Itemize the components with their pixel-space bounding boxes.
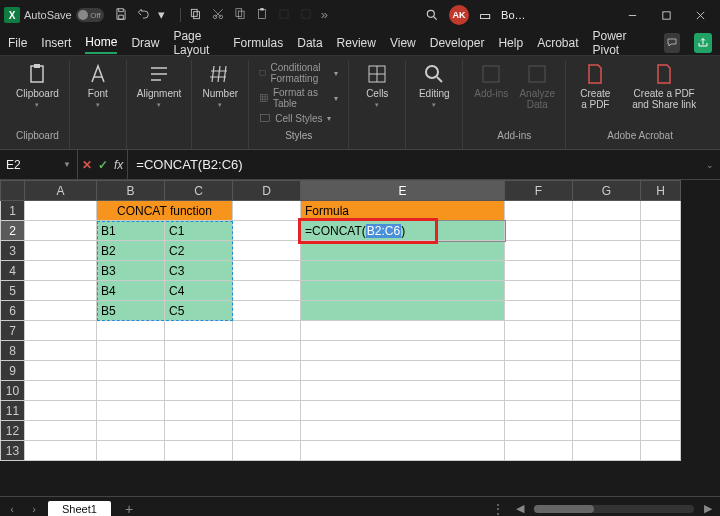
cell-H5[interactable]	[641, 281, 681, 301]
format-as-table-button[interactable]: Format as Table ▾	[259, 87, 338, 109]
horizontal-scrollbar[interactable]	[534, 505, 694, 513]
cell-E11[interactable]	[301, 401, 505, 421]
row-header-2[interactable]: 2	[1, 221, 25, 241]
cell-H12[interactable]	[641, 421, 681, 441]
cell-C8[interactable]	[165, 341, 233, 361]
create-pdf-button[interactable]: Create a PDF	[572, 60, 618, 112]
cell-D6[interactable]	[233, 301, 301, 321]
col-header-B[interactable]: B	[97, 181, 165, 201]
cell-E6[interactable]	[301, 301, 505, 321]
sheet-tab-sheet1[interactable]: Sheet1	[48, 501, 111, 517]
tab-power-pivot[interactable]: Power Pivot	[592, 26, 636, 60]
cell-G8[interactable]	[573, 341, 641, 361]
col-header-H[interactable]: H	[641, 181, 681, 201]
next-sheet-button[interactable]: ›	[26, 503, 42, 515]
cell-D8[interactable]	[233, 341, 301, 361]
cell-B2[interactable]: B1	[97, 221, 165, 241]
overflow-icon[interactable]: »	[321, 8, 335, 22]
clipboard-button[interactable]: Clipboard▾	[12, 60, 63, 111]
cell-H1[interactable]	[641, 201, 681, 221]
cut-icon[interactable]	[211, 7, 225, 24]
comments-button[interactable]	[664, 33, 680, 53]
tab-developer[interactable]: Developer	[430, 33, 485, 53]
row-header-12[interactable]: 12	[1, 421, 25, 441]
undo-icon[interactable]	[136, 7, 150, 24]
cell-A8[interactable]	[25, 341, 97, 361]
cell-G2[interactable]	[573, 221, 641, 241]
ribbon-display-icon[interactable]: ▭	[479, 9, 491, 22]
cell-E8[interactable]	[301, 341, 505, 361]
cell-G6[interactable]	[573, 301, 641, 321]
share-button[interactable]	[694, 33, 712, 53]
cell-E9[interactable]	[301, 361, 505, 381]
col-header-D[interactable]: D	[233, 181, 301, 201]
tab-file[interactable]: File	[8, 33, 27, 53]
scroll-right-button[interactable]: ▶	[700, 502, 716, 515]
cell-D12[interactable]	[233, 421, 301, 441]
spreadsheet-grid[interactable]: ABCDEFGH1CONCAT functionFormula2B1C1=CON…	[0, 180, 720, 496]
cell-D1[interactable]	[233, 201, 301, 221]
cell-G7[interactable]	[573, 321, 641, 341]
row-header-13[interactable]: 13	[1, 441, 25, 461]
cell-G13[interactable]	[573, 441, 641, 461]
cell-A12[interactable]	[25, 421, 97, 441]
cell-F7[interactable]	[505, 321, 573, 341]
cell-F8[interactable]	[505, 341, 573, 361]
cell-F10[interactable]	[505, 381, 573, 401]
cell-D11[interactable]	[233, 401, 301, 421]
cell-A7[interactable]	[25, 321, 97, 341]
cell-E13[interactable]	[301, 441, 505, 461]
redo-icon[interactable]	[189, 7, 203, 24]
cell-A3[interactable]	[25, 241, 97, 261]
chevron-down-icon[interactable]: ▼	[63, 160, 71, 169]
maximize-button[interactable]	[650, 1, 682, 29]
cell-H2[interactable]	[641, 221, 681, 241]
cell-H6[interactable]	[641, 301, 681, 321]
cell-B9[interactable]	[97, 361, 165, 381]
accept-formula-icon[interactable]: ✓	[98, 158, 108, 172]
row-header-9[interactable]: 9	[1, 361, 25, 381]
cell-B10[interactable]	[97, 381, 165, 401]
cell-B7[interactable]	[97, 321, 165, 341]
tab-data[interactable]: Data	[297, 33, 322, 53]
cell-A6[interactable]	[25, 301, 97, 321]
paste-icon[interactable]	[255, 7, 269, 24]
conditional-formatting-button[interactable]: Conditional Formatting ▾	[259, 62, 338, 84]
cell-F3[interactable]	[505, 241, 573, 261]
close-button[interactable]	[684, 1, 716, 29]
cell-B6[interactable]: B5	[97, 301, 165, 321]
col-header-F[interactable]: F	[505, 181, 573, 201]
row-header-4[interactable]: 4	[1, 261, 25, 281]
cell-C7[interactable]	[165, 321, 233, 341]
cell-C9[interactable]	[165, 361, 233, 381]
cell-G5[interactable]	[573, 281, 641, 301]
col-header-G[interactable]: G	[573, 181, 641, 201]
cell-B3[interactable]: B2	[97, 241, 165, 261]
cell-A5[interactable]	[25, 281, 97, 301]
cell-B11[interactable]	[97, 401, 165, 421]
scroll-left-button[interactable]: ◀	[512, 502, 528, 515]
row-header-5[interactable]: 5	[1, 281, 25, 301]
cell-H7[interactable]	[641, 321, 681, 341]
tab-help[interactable]: Help	[498, 33, 523, 53]
cell-C5[interactable]: C4	[165, 281, 233, 301]
row-header-11[interactable]: 11	[1, 401, 25, 421]
cell-C13[interactable]	[165, 441, 233, 461]
cell-E4[interactable]	[301, 261, 505, 281]
tab-formulas[interactable]: Formulas	[233, 33, 283, 53]
cell-B12[interactable]	[97, 421, 165, 441]
cell-D5[interactable]	[233, 281, 301, 301]
tab-draw[interactable]: Draw	[131, 33, 159, 53]
expand-formula-bar-icon[interactable]: ⌄	[706, 160, 714, 170]
save-icon[interactable]	[114, 7, 128, 24]
cell-H10[interactable]	[641, 381, 681, 401]
cell-G10[interactable]	[573, 381, 641, 401]
name-box[interactable]: E2 ▼	[0, 150, 78, 179]
col-header-A[interactable]: A	[25, 181, 97, 201]
col-header-C[interactable]: C	[165, 181, 233, 201]
add-sheet-button[interactable]: +	[117, 501, 141, 517]
col-header-E[interactable]: E	[301, 181, 505, 201]
cell-F4[interactable]	[505, 261, 573, 281]
cell-E12[interactable]	[301, 421, 505, 441]
cell-E3[interactable]	[301, 241, 505, 261]
